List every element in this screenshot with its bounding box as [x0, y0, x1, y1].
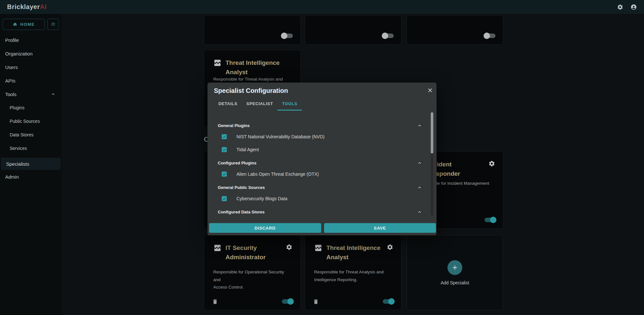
sidebar-item-admin[interactable]: Admin [0, 170, 62, 183]
logo-primary: Bricklayer [7, 3, 40, 10]
settings-gear-icon[interactable] [617, 4, 623, 10]
tool-label: Alien Labs Open Threat Exchange (OTX) [236, 172, 319, 177]
sidebar-item-label: Plugins [10, 105, 24, 110]
add-specialist-label: Add Specialist [441, 280, 469, 285]
tool-row: NIST National Vulnerability Database (NV… [218, 130, 422, 143]
specialist-card-title: Incident Responder [428, 160, 485, 179]
enable-toggle[interactable] [484, 33, 496, 39]
home-button-label: HOME [20, 22, 35, 27]
specialist-card-description: Responsible for Operational Security and… [213, 268, 293, 291]
home-icon [13, 22, 17, 27]
enable-toggle[interactable] [484, 217, 496, 223]
tab-tools[interactable]: TOOLS [277, 101, 302, 111]
modal-scrollbar-thumb[interactable] [431, 112, 433, 153]
sidebar-item-specialists[interactable]: Specialists [1, 158, 61, 170]
section-header: Configured Plugins [218, 161, 256, 165]
close-icon[interactable] [427, 87, 433, 94]
delete-trash-icon[interactable] [212, 299, 218, 305]
sidebar-item-tools[interactable]: Tools [0, 87, 62, 101]
tab-specialist[interactable]: SPECIALIST [242, 101, 278, 111]
chevron-up-icon[interactable] [417, 185, 422, 190]
sidebar-item-users[interactable]: Users [0, 60, 62, 74]
section-header: General Plugins [218, 123, 250, 128]
sidebar-item-label: Services [10, 146, 27, 151]
chevron-up-icon[interactable] [417, 209, 422, 215]
section-configured-plugins[interactable]: Configured Plugins [218, 158, 422, 168]
app-logo: BricklayerAI [7, 3, 47, 11]
tool-label: Tidal Agent [236, 147, 259, 152]
sidebar-item-label: Data Stores [10, 132, 34, 137]
specialist-card-partial [407, 15, 503, 44]
specialist-card-title: IT Security Administrator [226, 243, 282, 262]
sidebar-item-plugins[interactable]: Plugins [0, 101, 62, 114]
specialist-avatar-icon [314, 244, 322, 252]
enable-toggle[interactable] [282, 33, 293, 39]
checkbox-checked[interactable] [222, 196, 227, 201]
specialist-card-it-security-admin: IT Security Administrator Responsible fo… [204, 235, 301, 310]
checkbox-checked[interactable] [222, 134, 227, 139]
sidebar-item-label: Public Sources [10, 119, 40, 124]
chevron-up-icon[interactable] [417, 160, 422, 166]
specialist-card-partial [204, 15, 301, 44]
specialist-card-title: Threat Intelligence Analyst [226, 58, 293, 77]
section-configured-data-stores[interactable]: Configured Data Stores [218, 207, 422, 217]
enable-toggle[interactable] [382, 33, 394, 39]
top-bar: BricklayerAI [0, 0, 644, 14]
topbar-actions [617, 4, 637, 10]
sidebar-item-apis[interactable]: APIs [0, 74, 62, 87]
sidebar: HOME Profile Organization Users APIs Too… [0, 14, 62, 315]
discard-button[interactable]: DISCARD [209, 223, 321, 233]
modal-scrollbar-track[interactable] [431, 112, 433, 215]
logo-accent: AI [40, 3, 47, 10]
sidebar-item-label: Specialists [6, 161, 29, 167]
add-specialist-button[interactable] [447, 260, 462, 275]
section-general-public-sources[interactable]: General Public Sources [218, 182, 422, 192]
sidebar-header: HOME [0, 14, 62, 33]
sidebar-item-organization[interactable]: Organization [0, 47, 62, 60]
specialist-card-title: Threat Intelligence Analyst [326, 243, 383, 262]
enable-toggle[interactable] [382, 298, 394, 305]
specialist-avatar-icon [213, 244, 222, 252]
sidebar-item-label: Users [5, 64, 18, 70]
sidebar-item-profile[interactable]: Profile [0, 33, 62, 47]
card-settings-gear-icon[interactable] [286, 244, 293, 251]
dialog-tabs: DETAILS SPECIALIST TOOLS [214, 101, 302, 111]
section-header: Configured Data Stores [218, 210, 264, 214]
tools-list: General Plugins NIST National Vulnerabil… [218, 119, 422, 219]
delete-trash-icon[interactable] [313, 299, 319, 305]
sidebar-item-public-sources[interactable]: Public Sources [0, 114, 62, 128]
tool-label: Cybersecurity Blogs Data [236, 196, 287, 201]
sidebar-collapse-button[interactable] [47, 19, 59, 30]
section-header: General Public Sources [218, 185, 265, 190]
checkbox-checked[interactable] [222, 172, 227, 177]
save-button[interactable]: SAVE [324, 223, 436, 233]
dialog-title: Specialist Configuration [214, 87, 288, 94]
sidebar-item-label: Tools [5, 92, 16, 97]
tool-row: Cybersecurity Blogs Data [218, 192, 422, 205]
sidebar-item-services[interactable]: Services [0, 142, 62, 155]
sidebar-item-data-stores[interactable]: Data Stores [0, 128, 62, 142]
checkbox-checked[interactable] [222, 147, 227, 152]
specialist-avatar-icon [213, 59, 222, 67]
home-button[interactable]: HOME [3, 19, 45, 30]
card-settings-gear-icon[interactable] [387, 244, 393, 251]
sidebar-item-label: APIs [5, 78, 15, 84]
sidebar-item-label: Admin [5, 174, 19, 180]
sidebar-item-label: Organization [5, 51, 33, 56]
app-root: BricklayerAI HOME Profile Organization U… [0, 0, 644, 315]
chevron-up-icon[interactable] [417, 123, 422, 128]
card-settings-gear-icon[interactable] [488, 160, 495, 167]
tool-label: NIST National Vulnerability Database (NV… [236, 134, 324, 139]
plus-icon [451, 264, 458, 271]
tab-details[interactable]: DETAILS [214, 101, 242, 111]
sidebar-spacer [0, 155, 62, 158]
tool-row: Alien Labs Open Threat Exchange (OTX) [218, 168, 422, 181]
tool-row: Tidal Agent [218, 143, 422, 156]
sidebar-item-label: Profile [5, 37, 19, 43]
specialist-card-description: Responsible for Threat Analysis and Inte… [314, 268, 393, 283]
dialog-actions: DISCARD SAVE [209, 223, 436, 233]
add-specialist-card[interactable]: Add Specialist [407, 235, 503, 310]
user-avatar-icon[interactable] [630, 4, 637, 10]
enable-toggle[interactable] [282, 298, 293, 305]
section-general-plugins[interactable]: General Plugins [218, 121, 422, 130]
